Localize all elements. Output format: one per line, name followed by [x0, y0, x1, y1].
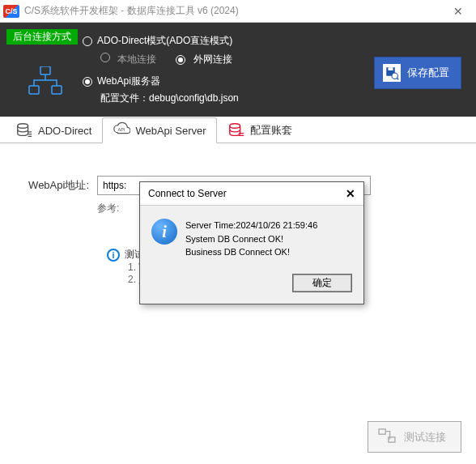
footer: 测试连接: [368, 421, 461, 453]
svg-point-9: [229, 124, 240, 129]
tab-accounts[interactable]: 配置账套: [217, 117, 303, 143]
radio-label: ADO-Direct模式(ADO直连模式): [97, 34, 232, 48]
svg-rect-4: [389, 67, 393, 70]
window-title: C/S系统软件开发框架 - 数据库连接工具 v6 (2024): [24, 4, 239, 18]
api-icon: API: [113, 121, 130, 139]
svg-rect-1: [29, 86, 39, 94]
tab-webapi[interactable]: API WebApi Server: [102, 117, 216, 143]
tab-label: ADO-Direct: [38, 125, 91, 137]
radio-external[interactable]: 外网连接: [176, 53, 232, 66]
app-icon: C/S: [3, 5, 19, 18]
titlebar: C/S C/S系统软件开发框架 - 数据库连接工具 v6 (2024) ✕: [0, 0, 476, 23]
svg-line-6: [397, 78, 398, 79]
network-icon: [28, 66, 63, 97]
database-icon: [15, 121, 33, 139]
modal-message: Server Time:2024/10/26 21:59:46 System D…: [185, 219, 317, 259]
url-label: WebApi地址:: [23, 178, 97, 193]
svg-rect-2: [52, 86, 62, 94]
tab-ado-direct[interactable]: ADO-Direct: [5, 117, 102, 143]
tab-label: 配置账套: [250, 123, 292, 138]
modal-title: Connect to Server: [148, 188, 227, 199]
connection-icon: [378, 428, 396, 445]
radio-label: WebApi服务器: [97, 74, 160, 88]
backend-mode-tag: 后台连接方式: [6, 29, 78, 45]
radio-icon: [83, 36, 92, 46]
svg-rect-10: [379, 429, 385, 434]
radio-icon: [176, 55, 185, 65]
modal-close-icon[interactable]: ✕: [346, 187, 355, 200]
database-accounts-icon: [227, 121, 245, 139]
info-icon: i: [107, 249, 120, 262]
test-connection-button[interactable]: 测试连接: [368, 421, 461, 453]
save-button-label: 保存配置: [407, 66, 449, 80]
save-config-button[interactable]: 保存配置: [374, 57, 461, 89]
close-icon[interactable]: ✕: [440, 0, 476, 23]
reference-label: 参考:: [97, 202, 119, 214]
svg-rect-0: [40, 66, 50, 74]
radio-icon: [83, 77, 92, 87]
save-icon: [383, 64, 401, 82]
tab-label: WebApi Server: [135, 125, 206, 137]
tab-bar: ADO-Direct API WebApi Server 配置账套: [0, 117, 476, 143]
radio-label: 外网连接: [190, 53, 232, 65]
radio-icon: [100, 53, 110, 62]
test-button-label: 测试连接: [404, 430, 446, 445]
radio-ado-direct[interactable]: ADO-Direct模式(ADO直连模式): [83, 34, 465, 48]
info-icon: i: [151, 219, 177, 245]
connect-modal: Connect to Server ✕ i Server Time:2024/1…: [139, 181, 364, 304]
modal-ok-button[interactable]: 确定: [292, 274, 352, 292]
config-file-line: 配置文件：debug\config\db.json: [100, 92, 465, 105]
radio-label: 本地连接: [115, 53, 156, 65]
radio-local[interactable]: 本地连接: [100, 53, 156, 66]
svg-text:API: API: [118, 127, 125, 132]
svg-point-7: [18, 124, 28, 129]
backend-panel: 后台连接方式 ADO-Direct模式(ADO直连模式) 本地连接 外网连接 W…: [0, 23, 476, 117]
